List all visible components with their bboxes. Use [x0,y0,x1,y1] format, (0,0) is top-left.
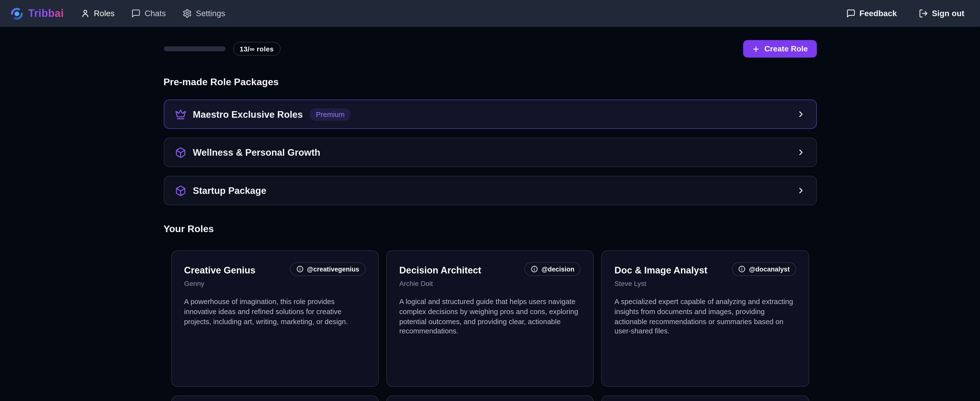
package-list: Maestro Exclusive Roles Premium Wellness… [163,99,816,205]
role-subtitle: Steve Lyst [614,280,796,288]
info-icon [531,265,538,273]
chevron-right-icon [796,148,805,157]
premium-badge: Premium [310,108,351,120]
info-icon [296,265,304,273]
role-handle: @docanalyst [749,265,789,273]
gear-icon [183,9,192,18]
your-roles-heading: Your Roles [163,224,816,235]
feedback-bubble-icon [846,9,856,18]
top-navbar: Tribbai Roles Chats [0,0,980,27]
role-cards-grid: Creative Genius @creativegenius Genny A … [171,250,809,387]
role-card[interactable] [386,395,594,401]
role-card-doc-image-analyst[interactable]: Doc & Image Analyst @docanalyst Steve Ly… [601,250,809,387]
role-description: A specialized expert capable of analyzin… [614,297,796,337]
role-cards-area: Creative Genius @creativegenius Genny A … [163,250,816,401]
role-card[interactable] [601,395,809,401]
chevron-right-icon [796,186,805,195]
package-row-startup[interactable]: Startup Package [163,176,816,205]
role-handle-badge[interactable]: @docanalyst [732,262,796,276]
crown-icon [175,109,186,120]
roles-toolbar: 13/∞ roles Create Role [163,40,816,58]
card-header: Doc & Image Analyst @docanalyst [614,262,796,276]
role-handle-badge[interactable]: @creativegenius [290,262,366,276]
nav-item-chats[interactable]: Chats [132,9,166,18]
package-row-wellness[interactable]: Wellness & Personal Growth [163,137,816,167]
role-subtitle: Genny [184,280,366,288]
role-handle: @creativegenius [307,265,359,273]
app-window: Tribbai Roles Chats [0,0,980,401]
chevron-right-icon [796,109,805,119]
role-description: A logical and structured guide that help… [399,297,581,337]
navbar-right: Feedback Sign out [846,9,964,18]
nav-label: Settings [196,9,225,18]
primary-nav: Roles Chats Settings [81,9,225,18]
chat-bubble-icon [132,9,141,18]
package-row-maestro[interactable]: Maestro Exclusive Roles Premium [163,99,816,129]
sign-out-button[interactable]: Sign out [919,9,964,18]
user-icon [81,9,90,18]
role-card-decision-architect[interactable]: Decision Architect @decision Archie Doit… [386,250,594,387]
role-handle-badge[interactable]: @decision [525,262,581,276]
log-out-icon [919,9,928,18]
brand-logo[interactable]: Tribbai [10,6,64,20]
package-icon [175,147,186,158]
roles-count-badge: 13/∞ roles [233,42,281,56]
brand-name: Tribbai [28,7,64,19]
role-title: Creative Genius [184,262,256,275]
role-description: A powerhouse of imagination, this role p… [184,297,366,327]
feedback-button[interactable]: Feedback [846,9,897,18]
role-title: Doc & Image Analyst [614,262,707,275]
package-label: Maestro Exclusive Roles [193,109,303,120]
role-subtitle: Archie Doit [399,280,581,288]
role-handle: @decision [541,265,574,273]
main-content: 13/∞ roles Create Role Pre-made Role Pac… [163,40,816,401]
role-card[interactable] [171,395,379,401]
card-header: Creative Genius @creativegenius [184,262,366,276]
create-role-label: Create Role [764,44,808,53]
role-card-creative-genius[interactable]: Creative Genius @creativegenius Genny A … [171,250,379,387]
role-cards-grid-partial [171,395,809,401]
feedback-label: Feedback [859,9,897,18]
packages-heading: Pre-made Role Packages [163,77,816,88]
card-header: Decision Architect @decision [399,262,581,276]
create-role-button[interactable]: Create Role [743,40,816,58]
sign-out-label: Sign out [932,9,964,18]
plus-icon [752,45,760,53]
package-label: Wellness & Personal Growth [193,147,320,158]
package-label: Startup Package [193,185,266,196]
info-icon [738,265,746,273]
tribbai-logo-icon [10,6,24,20]
nav-label: Chats [145,9,166,18]
nav-item-settings[interactable]: Settings [183,9,225,18]
role-title: Decision Architect [399,262,481,275]
nav-label: Roles [94,9,115,18]
roles-progress-bar [163,46,225,51]
package-icon [175,185,186,196]
nav-item-roles[interactable]: Roles [81,9,115,18]
